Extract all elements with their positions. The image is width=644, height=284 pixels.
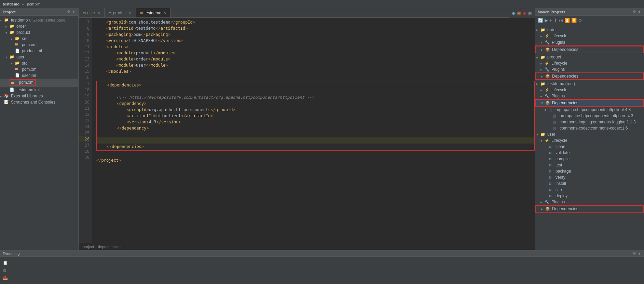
- maven-item-user-plugins[interactable]: ▸ 🔧 Plugins: [535, 199, 644, 205]
- maven-item-user[interactable]: ▾ 📁 user: [535, 131, 644, 137]
- tree-item-user-pom[interactable]: m pom.xml: [0, 66, 78, 72]
- tree-item-pom-xml[interactable]: m pom.xml: [0, 79, 78, 87]
- maven-settings-icon[interactable]: ⚙: [633, 10, 636, 14]
- title-bar-file: pom.xml: [27, 2, 41, 6]
- maven-tool-download[interactable]: ⬇: [553, 18, 557, 23]
- tree-label-user-src: src: [22, 61, 27, 66]
- maven-tool-refresh[interactable]: 🔄: [538, 18, 543, 23]
- maven-item-order-lifecycle[interactable]: ▸ ⚡ Lifecycle: [535, 33, 644, 39]
- code-editor[interactable]: <groupId>com.zhou.testdemo</groupId> <ar…: [92, 18, 535, 243]
- src-icon-user: 📂: [15, 61, 20, 66]
- dep-item-icon-httpcore: |||: [553, 114, 558, 118]
- event-log-input[interactable]: [11, 268, 63, 273]
- maven-toolbar: 🔄 ▶ + ⬇ ⏭ ⏫ ⏬ ⚙: [535, 16, 644, 25]
- project-icon-user: 📁: [540, 132, 546, 137]
- bottom-settings-icon[interactable]: ⚙: [633, 251, 636, 256]
- bottom-expand-icon[interactable]: ▼: [638, 252, 641, 256]
- maven-item-user-deps[interactable]: ▸ 📦 Dependencies: [535, 205, 644, 213]
- tree-item-user[interactable]: ▾ 📁 user: [0, 54, 78, 60]
- maven-tool-settings[interactable]: ⚙: [578, 18, 582, 23]
- chevron-icon[interactable]: ▼: [72, 10, 76, 14]
- maven-tool-add[interactable]: +: [549, 18, 552, 23]
- maven-item-httpcore[interactable]: ||| org.apache.httpcomponents:httpcore:4…: [535, 113, 644, 119]
- tab-label-product: product: [113, 11, 127, 15]
- tab-icon-testdemo: m: [140, 11, 143, 15]
- tree-label-pom-xml: pom.xml: [19, 80, 34, 85]
- project-icon-product: 📁: [540, 55, 546, 59]
- maven-item-testdemo-deps[interactable]: ▾ 📦 Dependencies: [535, 99, 644, 107]
- maven-item-httpclient[interactable]: ▾ ||| org.apache.httpcomponents:httpclie…: [535, 107, 644, 113]
- tree-item-scratches[interactable]: 📝 Scratches and Consoles: [0, 99, 78, 105]
- arrow-user-plugins: ▸: [540, 200, 545, 204]
- maven-tool-run[interactable]: ▶: [545, 18, 548, 23]
- tab-close-user[interactable]: ✕: [97, 11, 100, 15]
- maven-item-clean[interactable]: ⚙ clean: [535, 144, 644, 150]
- maven-tool-skip[interactable]: ⏭: [559, 18, 563, 23]
- maven-item-testdemo-lifecycle[interactable]: ▸ ⚡ Lifecycle: [535, 87, 644, 93]
- settings-icon[interactable]: ⚙: [67, 10, 70, 14]
- tree-item-testdemo-iml[interactable]: 📄 testdemo.iml: [0, 87, 78, 93]
- maven-item-product[interactable]: ▸ 📁 product: [535, 54, 644, 60]
- breadcrumb-item-1: project: [83, 245, 94, 249]
- maven-item-site[interactable]: ⚙ site: [535, 187, 644, 193]
- xml-icon-product-pom: m: [15, 42, 20, 47]
- tree-item-testdemo[interactable]: ▾ 📁 testdemo C:\ZTools\test\testdemo: [0, 17, 78, 23]
- tab-testdemo[interactable]: m testdemo ✕: [136, 8, 171, 17]
- code-line-22: <artifactId>httpclient</artifactId>: [97, 113, 534, 119]
- event-log-icon-1[interactable]: 📋: [3, 260, 8, 265]
- dependency-block: <dependencies> <!-- https://mvnrepositor…: [96, 81, 535, 151]
- maven-tool-expand[interactable]: ⏬: [571, 18, 577, 23]
- maven-expand-icon[interactable]: ▼: [638, 10, 641, 14]
- maven-item-order[interactable]: ▸ 📁 order: [535, 27, 644, 33]
- maven-item-deploy[interactable]: ⚙ deploy: [535, 193, 644, 199]
- plugins-icon-order: 🔧: [545, 40, 550, 45]
- code-line-15: </modules>: [96, 68, 535, 75]
- event-log-icon-3[interactable]: 📤: [3, 275, 8, 280]
- arrow-testdemo-deps: ▾: [541, 101, 545, 105]
- arrow-order: ▸: [536, 28, 540, 32]
- maven-item-test[interactable]: ⚙ test: [535, 162, 644, 168]
- tree-item-product[interactable]: ▾ 📁 product: [0, 29, 78, 36]
- maven-item-commons-codec[interactable]: ||| commons-codec:commons-codec:1.6: [535, 125, 644, 131]
- toolbar-icon-4[interactable]: ◉: [528, 10, 532, 16]
- maven-item-product-lifecycle[interactable]: ▸ ⚡ Lifecycle: [535, 60, 644, 66]
- maven-item-product-deps[interactable]: ▸ 📦 Dependencies: [535, 72, 644, 80]
- tree-item-order[interactable]: ▸ 📁 order: [0, 23, 78, 29]
- maven-item-commons-logging[interactable]: ||| commons-logging:commons-logging:1.1.…: [535, 119, 644, 125]
- toolbar-icon-2[interactable]: ◉: [517, 10, 521, 16]
- maven-item-install[interactable]: ⚙ install: [535, 180, 644, 187]
- maven-item-order-plugins[interactable]: ▸ 🔧 Plugins: [535, 39, 644, 46]
- tab-close-testdemo[interactable]: ✕: [163, 11, 166, 15]
- tab-close-product[interactable]: ✕: [129, 11, 132, 15]
- tree-item-product-iml[interactable]: 📄 product.iml: [0, 48, 78, 54]
- tree-item-user-src[interactable]: ▸ 📂 src: [0, 60, 78, 66]
- maven-item-testdemo-plugins[interactable]: ▸ 🔧 Plugins: [535, 93, 644, 99]
- maven-item-validate[interactable]: ⚙ validate: [535, 150, 644, 156]
- tree-item-product-pom[interactable]: m pom.xml: [0, 42, 78, 48]
- maven-item-testdemo[interactable]: ▸ 📁 testdemo (root): [535, 81, 644, 87]
- tree-item-product-src[interactable]: ▸ 📂 src: [0, 36, 78, 42]
- maven-item-user-lifecycle[interactable]: ▾ ⚡ Lifecycle: [535, 137, 644, 144]
- maven-item-compile[interactable]: ⚙ compile: [535, 156, 644, 162]
- maven-item-package[interactable]: ⚙ package: [535, 168, 644, 174]
- tab-product[interactable]: m product ✕: [105, 8, 136, 17]
- editor-content[interactable]: 7 8 9 10 11 12 13 14 15 16 17 18 19 20 2…: [79, 18, 535, 243]
- goal-icon-compile: ⚙: [549, 157, 554, 161]
- tree-item-user-iml[interactable]: 📄 user.iml: [0, 72, 78, 79]
- event-log-icon-2[interactable]: 🗑: [3, 268, 8, 273]
- toolbar-icon-3[interactable]: ◉: [522, 10, 526, 16]
- maven-item-order-deps[interactable]: ▸ 📦 Dependencies: [535, 46, 644, 53]
- goal-icon-test: ⚙: [549, 163, 554, 167]
- code-line-24: </dependency>: [97, 125, 534, 131]
- tree-item-ext-lib[interactable]: ▸ 📚 External Libraries: [0, 93, 78, 99]
- code-line-20: <dependency>: [97, 100, 534, 107]
- tab-user[interactable]: m user ✕: [79, 8, 105, 17]
- code-line-18: [97, 88, 534, 94]
- maven-tool-collapse[interactable]: ⏫: [564, 18, 570, 23]
- breadcrumb-item-2: dependencies: [98, 245, 122, 249]
- maven-item-product-plugins[interactable]: ▸ 🔧 Plugins: [535, 66, 644, 72]
- maven-label-order: order: [547, 27, 557, 32]
- maven-item-verify[interactable]: ⚙ verify: [535, 174, 644, 180]
- toolbar-icon-1[interactable]: ◉: [511, 10, 516, 16]
- arrow-user: ▾: [536, 133, 540, 136]
